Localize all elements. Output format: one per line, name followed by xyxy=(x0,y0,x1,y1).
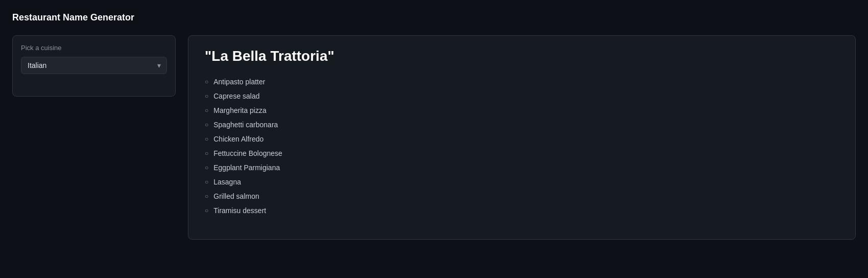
menu-list-item: Lasagna xyxy=(205,175,839,189)
main-layout: Pick a cuisine ItalianFrenchMexicanJapan… xyxy=(12,35,856,240)
menu-list-item: Tiramisu dessert xyxy=(205,203,839,218)
menu-list-item: Margherita pizza xyxy=(205,103,839,118)
result-panel: "La Bella Trattoria" Antipasto platterCa… xyxy=(188,35,856,240)
sidebar-panel: Pick a cuisine ItalianFrenchMexicanJapan… xyxy=(12,35,176,97)
menu-list-item: Fettuccine Bolognese xyxy=(205,146,839,160)
app-title: Restaurant Name Generator xyxy=(12,12,856,23)
cuisine-label: Pick a cuisine xyxy=(21,44,167,52)
menu-list-item: Chicken Alfredo xyxy=(205,132,839,146)
menu-list-item: Eggplant Parmigiana xyxy=(205,160,839,175)
cuisine-select[interactable]: ItalianFrenchMexicanJapaneseChineseIndia… xyxy=(21,57,167,74)
restaurant-name: "La Bella Trattoria" xyxy=(205,48,839,64)
cuisine-select-wrapper: ItalianFrenchMexicanJapaneseChineseIndia… xyxy=(21,57,167,74)
menu-list: Antipasto platterCaprese saladMargherita… xyxy=(205,75,839,218)
menu-list-item: Caprese salad xyxy=(205,89,839,103)
menu-list-item: Spaghetti carbonara xyxy=(205,118,839,132)
menu-list-item: Antipasto platter xyxy=(205,75,839,89)
menu-list-item: Grilled salmon xyxy=(205,189,839,203)
